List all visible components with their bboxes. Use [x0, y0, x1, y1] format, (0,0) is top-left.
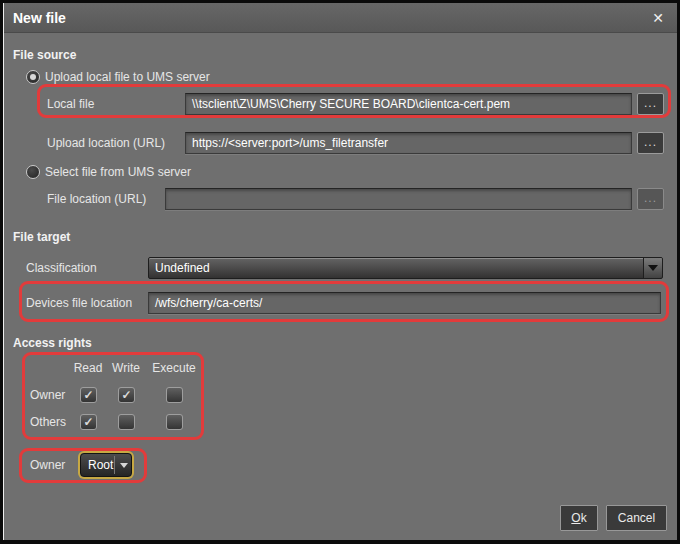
titlebar: New file ✕ [3, 3, 677, 33]
upload-location-browse-button[interactable]: ... [637, 132, 664, 154]
ok-button[interactable]: Ok [560, 505, 598, 531]
checkbox-others-read[interactable]: ✓ [80, 414, 97, 430]
upload-location-label: Upload location (URL) [47, 136, 165, 150]
file-location-browse-button: ... [637, 188, 664, 210]
column-header-write: Write [104, 361, 148, 375]
ok-button-label: Ok [571, 511, 586, 525]
classification-dropdown[interactable]: Undefined [148, 257, 663, 279]
close-icon[interactable]: ✕ [649, 9, 667, 27]
checkbox-owner-write[interactable]: ✓ [118, 387, 135, 403]
dropdown-separator [114, 456, 115, 474]
row-label-others: Others [30, 415, 66, 429]
owner-select-label: Owner [30, 458, 65, 472]
owner-dropdown-value: Root [88, 458, 113, 472]
cancel-button-label: Cancel [618, 511, 655, 525]
file-location-label: File location (URL) [47, 192, 146, 206]
classification-label: Classification [26, 261, 97, 275]
file-source-section-label: File source [13, 48, 76, 62]
local-file-label: Local file [47, 97, 94, 111]
chevron-down-icon [648, 265, 658, 271]
checkbox-owner-read[interactable]: ✓ [80, 387, 97, 403]
cancel-button[interactable]: Cancel [606, 505, 667, 531]
upload-local-file-radio-label: Upload local file to UMS server [45, 70, 210, 84]
file-location-input[interactable] [165, 188, 632, 210]
new-file-dialog: New file ✕ File source Upload local file… [0, 0, 680, 544]
local-file-input[interactable]: \\tsclient\Z\UMS\Cherry SECURE BOARD\cli… [185, 93, 632, 115]
classification-dropdown-arrow-box[interactable] [643, 258, 662, 278]
row-label-owner: Owner [30, 388, 65, 402]
dialog-title: New file [13, 10, 66, 26]
column-header-execute: Execute [150, 361, 198, 375]
local-file-browse-button[interactable]: ... [637, 93, 664, 115]
devices-file-location-input[interactable]: /wfs/cherry/ca-certs/ [148, 292, 661, 314]
classification-value: Undefined [155, 261, 210, 275]
upload-location-input[interactable]: https://<server:port>/ums_filetransfer [185, 132, 632, 154]
select-file-from-ums-radio-label: Select file from UMS server [45, 165, 191, 179]
checkbox-others-write[interactable]: ✓ [118, 414, 135, 430]
checkbox-owner-execute[interactable]: ✓ [166, 387, 183, 403]
upload-local-file-radio[interactable] [26, 70, 40, 84]
chevron-down-icon [120, 463, 128, 468]
checkbox-others-execute[interactable]: ✓ [166, 414, 183, 430]
access-rights-section-label: Access rights [13, 336, 92, 350]
owner-dropdown[interactable]: Root [80, 453, 132, 477]
select-file-from-ums-radio[interactable] [26, 165, 40, 179]
file-target-section-label: File target [13, 230, 70, 244]
devices-file-location-label: Devices file location [26, 296, 132, 310]
